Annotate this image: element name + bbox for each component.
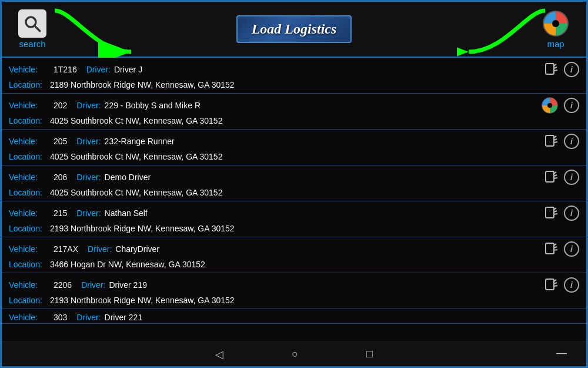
vehicle-info-top: Vehicle: 206 Driver: Demo Driver i	[2, 165, 586, 187]
vehicle-row[interactable]: Vehicle: 303 Driver: Driver 221	[2, 309, 586, 324]
svg-rect-12	[546, 171, 554, 182]
vehicle-label: Vehicle:	[9, 173, 50, 182]
driver-name: 229 - Bobby S and Mike R	[105, 101, 201, 110]
driver-name: Demo Driver	[105, 173, 151, 182]
info-button[interactable]: i	[564, 170, 579, 185]
logo-section: Load Logistics	[56, 15, 532, 43]
info-button[interactable]: i	[564, 277, 579, 293]
vehicle-number: 215	[54, 208, 67, 218]
vehicle-location: Location: 4025 Southbrook Ct NW, Kennesa…	[2, 187, 586, 201]
home-button[interactable]: ○	[287, 346, 303, 363]
vehicle-label: Vehicle:	[9, 280, 50, 290]
info-button[interactable]: i	[564, 205, 579, 221]
vehicle-label: Vehicle:	[9, 101, 50, 110]
phone-signal-icon[interactable]	[542, 277, 558, 293]
row-actions: i	[542, 205, 579, 221]
vehicle-location: Location: 2193 Northbrook Ridge NW, Kenn…	[2, 294, 586, 309]
location-text: 2193 Northbrook Ridge NW, Kennesaw, GA 3…	[50, 296, 235, 305]
vehicle-row[interactable]: Vehicle: 1T216 Driver: Driver J i	[2, 58, 586, 94]
info-button[interactable]: i	[564, 62, 579, 77]
info-button[interactable]: i	[564, 98, 579, 113]
vehicle-row[interactable]: Vehicle: 205 Driver: 232-Range Runner i	[2, 130, 586, 165]
driver-name: Driver 221	[105, 313, 143, 322]
phone-icon	[542, 205, 558, 221]
location-label: Location:	[9, 260, 50, 269]
vehicle-location: Location: 3466 Hogan Dr NW, Kennesaw, GA…	[2, 258, 586, 273]
vehicle-number: 303	[54, 313, 67, 322]
map-icon	[543, 11, 569, 37]
logo-box: Load Logistics	[236, 15, 352, 43]
map-button[interactable]	[542, 9, 570, 38]
row-actions: i	[542, 277, 579, 293]
vehicle-number: 206	[54, 173, 67, 182]
vehicle-info-top: Vehicle: 303 Driver: Driver 221	[2, 309, 586, 323]
phone-signal-icon[interactable]	[542, 241, 558, 257]
vehicle-number: 2206	[54, 280, 72, 290]
vehicle-number: 202	[54, 101, 67, 110]
svg-rect-24	[546, 279, 554, 290]
vehicle-label: Vehicle:	[9, 137, 50, 146]
vehicle-row[interactable]: Vehicle: 206 Driver: Demo Driver i	[2, 165, 586, 201]
logo-title: Load Logistics	[252, 21, 337, 37]
location-label: Location:	[9, 152, 50, 161]
search-button[interactable]	[18, 9, 46, 38]
svg-rect-4	[546, 64, 554, 74]
vehicle-number: 217AX	[54, 244, 78, 254]
vehicle-number: 205	[54, 137, 67, 146]
vehicle-location: Location: 2193 Northbrook Ridge NW, Kenn…	[2, 223, 586, 237]
header: search Load Logistics map	[2, 2, 586, 58]
vehicle-location: Location: 4025 Southbrook Ct NW, Kennesa…	[2, 115, 586, 129]
vehicle-label: Vehicle:	[9, 244, 50, 254]
location-text: 2193 Northbrook Ridge NW, Kennesaw, GA 3…	[50, 224, 235, 233]
vehicle-info-top: Vehicle: 215 Driver: Nathan Self i	[2, 201, 586, 223]
phone-signal-icon[interactable]	[542, 133, 558, 150]
vehicle-list: Vehicle: 1T216 Driver: Driver J i	[2, 58, 586, 342]
search-section[interactable]: search	[9, 9, 56, 49]
app-container: search Load Logistics map Vehicle: 1T216…	[0, 0, 588, 368]
svg-line-23	[554, 250, 557, 250]
phone-signal-icon[interactable]	[542, 205, 558, 221]
driver-name: CharyDriver	[115, 244, 159, 254]
driver-label: Driver:	[76, 101, 101, 110]
driver-label: Driver:	[81, 280, 105, 290]
location-label: Location:	[9, 116, 50, 125]
location-text: 2189 Northbrook Ridge NW, Kennesaw, GA 3…	[50, 80, 235, 89]
driver-label: Driver:	[76, 208, 101, 218]
vehicle-label: Vehicle:	[9, 313, 50, 322]
row-actions: i	[542, 169, 579, 185]
search-icon	[22, 14, 42, 34]
vehicle-location: Location: 4025 Southbrook Ct NW, Kennesa…	[2, 151, 586, 165]
phone-icon	[542, 169, 558, 185]
location-label: Location:	[9, 296, 50, 305]
vehicle-row[interactable]: Vehicle: 2206 Driver: Driver 219 i	[2, 273, 586, 309]
map-section[interactable]: map	[532, 9, 579, 49]
svg-line-15	[554, 178, 557, 178]
svg-line-7	[554, 70, 557, 71]
info-button[interactable]: i	[564, 134, 579, 149]
vehicle-row[interactable]: Vehicle: 202 Driver: 229 - Bobby S and M…	[2, 94, 586, 130]
recents-button[interactable]: □	[362, 346, 377, 363]
row-actions: i	[542, 241, 579, 257]
bottom-nav: ◁ ○ □ —	[2, 342, 586, 366]
vehicle-number: 1T216	[54, 65, 77, 74]
svg-line-11	[554, 142, 557, 142]
driver-label: Driver:	[88, 244, 112, 254]
back-button[interactable]: ◁	[211, 346, 228, 363]
phone-signal-icon[interactable]	[542, 169, 558, 185]
vehicle-row[interactable]: Vehicle: 215 Driver: Nathan Self i	[2, 201, 586, 237]
vehicle-info-top: Vehicle: 205 Driver: 232-Range Runner i	[2, 130, 586, 151]
svg-line-27	[554, 286, 557, 286]
driver-name: Driver 219	[109, 280, 147, 290]
phone-signal-icon[interactable]	[542, 61, 558, 78]
info-button[interactable]: i	[564, 241, 579, 257]
map-dot-icon[interactable]	[542, 97, 558, 114]
minimize-button[interactable]: —	[552, 344, 572, 362]
vehicle-location: Location: 2189 Northbrook Ridge NW, Kenn…	[2, 79, 586, 93]
vehicle-row[interactable]: Vehicle: 217AX Driver: CharyDriver i	[2, 237, 586, 273]
map-label: map	[547, 39, 564, 49]
location-text: 4025 Southbrook Ct NW, Kennesaw, GA 3015…	[50, 152, 222, 161]
driver-label: Driver:	[76, 173, 101, 182]
vehicle-label: Vehicle:	[9, 208, 50, 218]
location-label: Location:	[9, 80, 50, 89]
location-text: 4025 Southbrook Ct NW, Kennesaw, GA 3015…	[50, 188, 222, 197]
